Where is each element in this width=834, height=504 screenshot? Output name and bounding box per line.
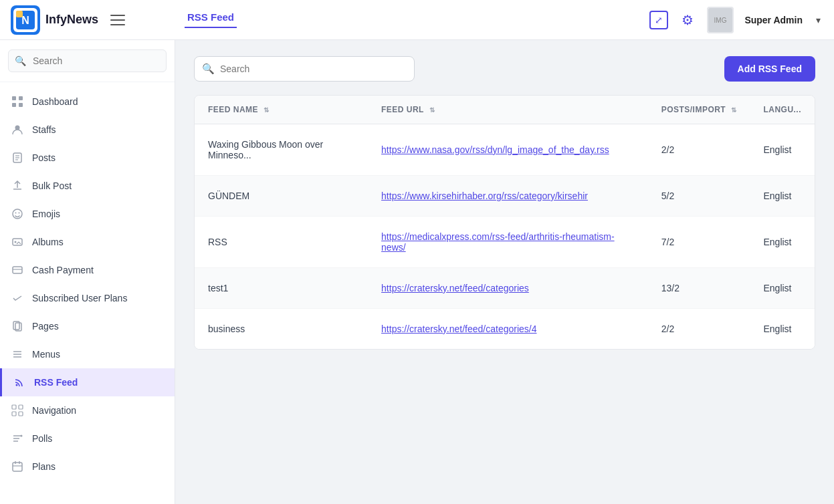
svg-rect-8: [12, 96, 16, 100]
rss-feed-icon: [13, 376, 26, 389]
sidebar-label-posts: Posts: [32, 152, 56, 163]
svg-rect-10: [12, 103, 16, 107]
add-rss-feed-button[interactable]: Add RSS Feed: [724, 56, 815, 82]
sidebar-item-posts[interactable]: Posts: [0, 144, 175, 172]
table-header-row: FEED NAME ⇅ FEED URL ⇅ POSTS/IMPORT ⇅: [195, 96, 815, 124]
column-header-feed-url: FEED URL ⇅: [368, 96, 648, 124]
sidebar-search-input[interactable]: [8, 49, 167, 72]
hamburger-button[interactable]: [106, 11, 129, 29]
svg-text:IMG: IMG: [714, 17, 727, 24]
cell-language: Englist: [750, 268, 815, 309]
cash-payment-icon: [11, 263, 24, 277]
sidebar-item-bulk-post[interactable]: Bulk Post: [0, 172, 175, 200]
cell-feed-url[interactable]: https://cratersky.net/feed/categories/4: [368, 309, 648, 350]
cell-feed-name: GÜNDEM: [195, 176, 368, 217]
svg-rect-9: [19, 96, 23, 100]
posts-icon: [11, 151, 24, 164]
expand-button[interactable]: ⤢: [649, 11, 668, 29]
feed-url-link[interactable]: https://cratersky.net/feed/categories: [381, 283, 529, 293]
settings-button[interactable]: ⚙: [679, 9, 696, 31]
sidebar-item-emojis[interactable]: Emojis: [0, 200, 175, 228]
column-header-language: LANGU...: [750, 96, 815, 124]
logo-wrap: N InfyNews: [11, 5, 98, 35]
sidebar-label-albums: Albums: [32, 237, 64, 247]
cell-posts-import: 7/2: [648, 217, 750, 268]
sidebar-label-menus: Menus: [32, 349, 60, 360]
sidebar-item-albums[interactable]: Albums: [0, 228, 175, 256]
sort-icon-feed-name[interactable]: ⇅: [264, 106, 269, 114]
svg-rect-20: [13, 239, 22, 245]
table-row: RSShttps://medicalxpress.com/rss-feed/ar…: [195, 217, 815, 268]
sidebar-item-pages[interactable]: Pages: [0, 312, 175, 340]
table-row: test1https://cratersky.net/feed/categori…: [195, 268, 815, 309]
sidebar-label-cash-payment: Cash Payment: [32, 265, 94, 275]
svg-point-29: [16, 384, 18, 386]
sidebar-item-menus[interactable]: Menus: [0, 340, 175, 368]
search-bar-icon: 🔍: [202, 63, 215, 75]
app-logo: N: [11, 5, 40, 35]
sidebar-label-navigation: Navigation: [32, 405, 76, 416]
feed-url-link[interactable]: https://www.nasa.gov/rss/dyn/lg_image_of…: [381, 144, 609, 155]
user-label: Super Admin: [744, 15, 803, 25]
polls-icon: [11, 432, 24, 445]
cell-posts-import: 5/2: [648, 176, 750, 217]
sidebar-label-staffs: Staffs: [32, 124, 56, 135]
user-menu-button[interactable]: ▾: [813, 12, 823, 28]
svg-rect-33: [19, 412, 23, 416]
cell-feed-url[interactable]: https://medicalxpress.com/rss-feed/arthr…: [368, 217, 648, 268]
search-bar-wrap: 🔍: [194, 56, 415, 82]
cell-feed-url[interactable]: https://cratersky.net/feed/categories: [368, 268, 648, 309]
bulk-post-icon: [11, 179, 24, 193]
sidebar-label-bulk-post: Bulk Post: [32, 180, 72, 191]
cell-feed-name: business: [195, 309, 368, 350]
cell-language: Englist: [750, 176, 815, 217]
sidebar-item-cash-payment[interactable]: Cash Payment: [0, 256, 175, 284]
sidebar-label-plans: Plans: [32, 461, 56, 472]
cell-posts-import: 2/2: [648, 309, 750, 350]
sidebar-item-staffs[interactable]: Staffs: [0, 116, 175, 144]
feed-url-link[interactable]: https://cratersky.net/feed/categories/4: [381, 324, 536, 334]
subscribed-user-plans-icon: [11, 291, 24, 305]
user-avatar: IMG: [707, 7, 734, 33]
svg-point-21: [15, 241, 17, 243]
sidebar-label-subscribed-user-plans: Subscribed User Plans: [32, 293, 127, 303]
sort-icon-posts-import[interactable]: ⇅: [731, 106, 736, 114]
svg-text:N: N: [21, 15, 29, 26]
feed-url-link[interactable]: https://medicalxpress.com/rss-feed/arthr…: [381, 231, 615, 253]
sidebar-label-polls: Polls: [32, 433, 52, 444]
sidebar-item-rss-feed[interactable]: RSS Feed: [0, 368, 175, 396]
feed-url-link[interactable]: https://www.kirsehirhaber.org/rss/catego…: [381, 191, 588, 201]
staffs-icon: [11, 123, 24, 136]
sidebar-item-polls[interactable]: Polls: [0, 424, 175, 453]
cell-feed-url[interactable]: https://www.kirsehirhaber.org/rss/catego…: [368, 176, 648, 217]
chevron-down-icon: ▾: [816, 15, 821, 25]
cell-language: Englist: [750, 124, 815, 176]
sidebar-item-navigation[interactable]: Navigation: [0, 396, 175, 424]
page-title: RSS Feed: [185, 11, 237, 28]
sidebar-label-pages: Pages: [32, 321, 59, 332]
search-bar-input[interactable]: [194, 56, 415, 82]
emojis-icon: [11, 207, 24, 221]
sidebar: 🔍 Dashboard Staffs: [0, 40, 175, 504]
column-header-feed-name: FEED NAME ⇅: [195, 96, 368, 124]
expand-icon: ⤢: [655, 15, 663, 25]
sort-icon-feed-url[interactable]: ⇅: [429, 106, 435, 114]
cell-feed-name: test1: [195, 268, 368, 309]
cell-feed-name: Waxing Gibbous Moon over Minneso...: [195, 124, 368, 176]
sidebar-label-emojis: Emojis: [32, 209, 60, 219]
sidebar-nav: Dashboard Staffs Posts Bul: [0, 82, 175, 504]
column-header-posts-import: POSTS/IMPORT ⇅: [648, 96, 750, 124]
sidebar-item-dashboard[interactable]: Dashboard: [0, 88, 175, 116]
svg-rect-30: [12, 405, 16, 409]
sidebar-search-wrap: 🔍: [0, 40, 175, 82]
sidebar-item-subscribed-user-plans[interactable]: Subscribed User Plans: [0, 284, 175, 312]
rss-feed-table: FEED NAME ⇅ FEED URL ⇅ POSTS/IMPORT ⇅: [194, 95, 815, 350]
sidebar-search-icon: 🔍: [15, 55, 26, 66]
sidebar-item-plans[interactable]: Plans: [0, 453, 175, 481]
menus-icon: [11, 348, 24, 361]
toolbar: 🔍 Add RSS Feed: [194, 56, 815, 82]
settings-icon: ⚙: [682, 12, 694, 28]
svg-rect-32: [12, 412, 16, 416]
svg-rect-31: [19, 405, 23, 409]
cell-feed-url[interactable]: https://www.nasa.gov/rss/dyn/lg_image_of…: [368, 124, 648, 176]
